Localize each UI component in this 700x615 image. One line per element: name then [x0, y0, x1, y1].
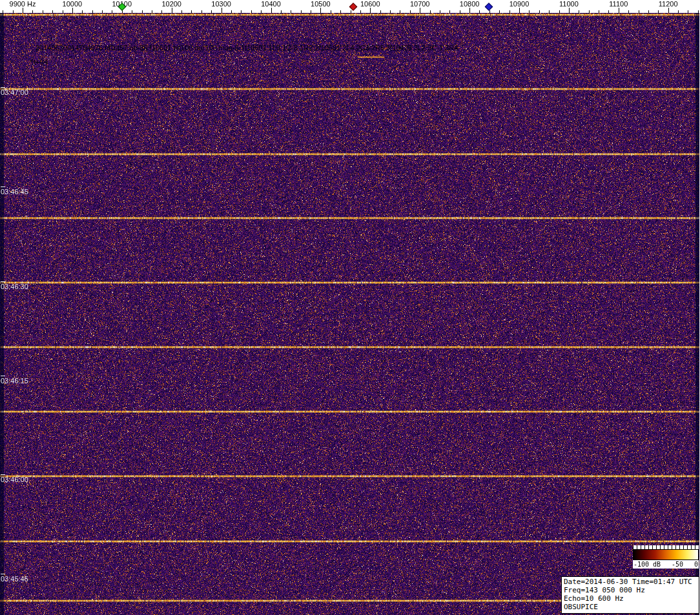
axis-tick	[370, 8, 371, 13]
axis-tick	[688, 10, 688, 13]
freq-tick-label: 10300	[211, 0, 231, 8]
colorbar-mid-label: -50	[672, 560, 683, 569]
axis-tick	[529, 10, 530, 13]
axis-tick	[351, 10, 351, 13]
axis-tick	[430, 10, 431, 13]
axis-tick	[668, 8, 669, 13]
axis-tick	[489, 10, 490, 13]
axis-tick	[301, 10, 302, 13]
axis-tick	[390, 10, 391, 13]
axis-tick	[549, 10, 550, 13]
axis-tick	[510, 10, 510, 13]
axis-tick	[172, 8, 172, 13]
axis-tick	[281, 10, 282, 13]
axis-tick	[63, 10, 63, 13]
time-label-text: 03:46:00	[1, 476, 28, 483]
time-label: 03:46:00	[1, 474, 28, 483]
axis-tick	[698, 10, 699, 13]
info-line: Echo=10 600 Hz	[564, 594, 697, 603]
time-tick	[1, 87, 5, 88]
time-cursor-note: ^t+04	[30, 58, 48, 66]
axis-tick	[132, 10, 132, 13]
freq-tick-label: 10900	[510, 0, 530, 8]
axis-tick	[32, 10, 33, 13]
time-tick	[1, 187, 5, 187]
axis-tick	[619, 8, 619, 13]
axis-tick	[658, 10, 659, 13]
axis-tick	[639, 10, 639, 13]
axis-tick	[410, 10, 411, 13]
marker-diamond-red[interactable]	[349, 3, 358, 11]
axis-tick	[340, 10, 341, 13]
axis-tick	[608, 10, 609, 13]
time-label: 03:46:15	[1, 376, 28, 385]
axis-tick	[400, 10, 400, 13]
time-label-text: 03:46:30	[1, 283, 28, 290]
freq-tick-label: 10000	[63, 0, 83, 8]
axis-tick	[211, 10, 212, 13]
colorbar-labels: -100 dB -50 0	[633, 560, 699, 569]
axis-tick	[82, 10, 83, 13]
axis-tick	[449, 10, 450, 13]
axis-tick	[201, 10, 202, 13]
axis-tick	[13, 10, 14, 13]
axis-tick	[460, 10, 460, 13]
freq-tick-label: 10500	[311, 0, 331, 8]
freq-tick-label: 10200	[161, 0, 181, 8]
freq-tick-label: 11000	[559, 0, 579, 8]
info-line: Date=2014-06-30 Time=01:47 UTC	[564, 578, 697, 586]
axis-tick	[271, 8, 272, 13]
time-label-text: 03:46:15	[1, 377, 28, 385]
axis-tick	[331, 10, 331, 13]
axis-tick	[569, 8, 570, 13]
axis-tick	[539, 10, 540, 13]
axis-tick	[251, 10, 252, 13]
axis-tick	[52, 10, 53, 13]
freq-tick-label: 10400	[261, 0, 281, 8]
axis-tick	[261, 10, 262, 13]
time-label-text: 03:47:00	[1, 88, 28, 96]
axis-tick	[102, 10, 103, 13]
axis-tick	[231, 10, 232, 13]
axis-tick	[72, 8, 73, 13]
axis-tick	[221, 8, 222, 13]
frequency-axis: 9900 Hz100001010010200103001040010500106…	[0, 0, 700, 13]
axis-tick	[380, 10, 381, 13]
time-label: 03:45:45	[1, 574, 28, 583]
axis-tick	[152, 10, 152, 13]
axis-tick	[291, 10, 291, 13]
detection-annotation: 20140630014704976 hCnt57 nb-86 f10601 hi…	[36, 44, 458, 52]
info-line: OBSUPICE	[564, 603, 697, 611]
colorbar-min-label: -100 dB	[633, 560, 661, 569]
axis-tick	[420, 8, 420, 13]
station-info-box: Date=2014-06-30 Time=01:47 UTCFreq=143 0…	[561, 576, 699, 614]
colorbar-max-label: 0	[694, 560, 698, 569]
axis-tick	[43, 10, 43, 13]
axis-tick	[678, 10, 679, 13]
freq-tick-label: 11200	[659, 0, 678, 8]
axis-tick	[92, 10, 93, 13]
axis-tick	[311, 10, 311, 13]
info-line: Freq=143 050 000 Hz	[564, 586, 697, 594]
time-tick	[1, 281, 5, 282]
freq-tick-label: 10800	[460, 0, 480, 8]
time-label: 03:47:00	[1, 87, 28, 96]
axis-tick	[3, 10, 3, 13]
time-tick	[1, 574, 5, 574]
spectrogram-canvas[interactable]	[0, 13, 700, 615]
axis-tick	[519, 8, 520, 13]
axis-tick	[469, 8, 470, 13]
axis-tick	[112, 10, 112, 13]
axis-tick	[320, 8, 321, 13]
axis-tick	[628, 10, 629, 13]
axis-tick	[559, 10, 560, 13]
axis-tick	[23, 8, 23, 13]
axis-tick	[161, 10, 162, 13]
marker-diamond-blue[interactable]	[485, 3, 493, 11]
axis-tick	[579, 10, 579, 13]
axis-tick	[142, 10, 143, 13]
freq-tick-label: 10700	[410, 0, 430, 8]
colorbar-gradient	[633, 549, 699, 560]
axis-tick	[191, 10, 192, 13]
time-tick	[1, 376, 5, 376]
